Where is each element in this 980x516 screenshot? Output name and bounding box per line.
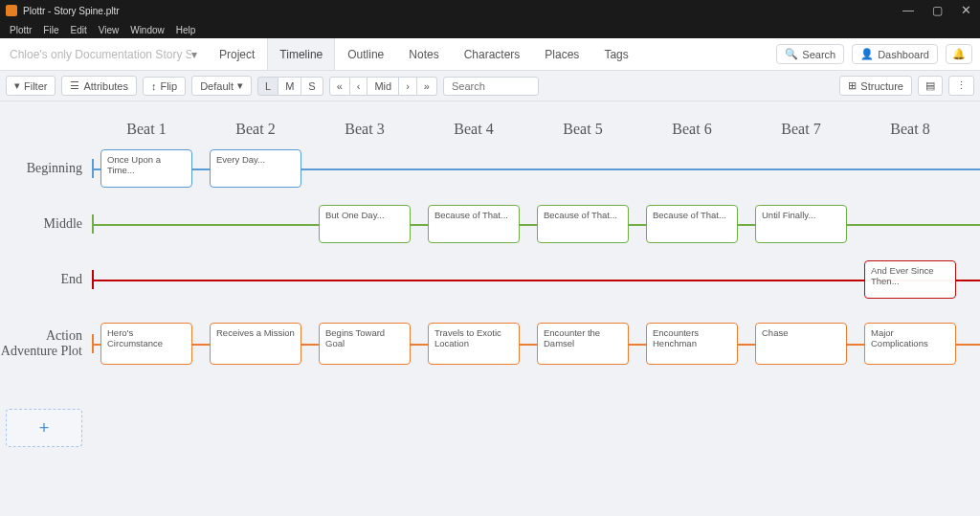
beat-header[interactable]: Beat 6 — [637, 121, 746, 138]
attributes-button[interactable]: ☰ Attributes — [61, 76, 136, 96]
filter-label: Filter — [24, 80, 47, 92]
more-options-button[interactable]: ⋮ — [948, 76, 974, 96]
menu-plottr[interactable]: Plottr — [4, 25, 37, 35]
menubar: Plottr File Edit View Window Help — [0, 21, 980, 38]
beats-header: Beat 1Beat 2Beat 3Beat 4Beat 5Beat 6Beat… — [0, 101, 980, 138]
scene-card[interactable]: Major Complications — [864, 323, 956, 365]
plotline: EndAnd Ever Since Then... — [0, 255, 980, 304]
flip-label: Flip — [160, 80, 177, 92]
app-icon — [6, 5, 17, 16]
nav-project[interactable]: Project — [207, 38, 267, 70]
chevron-down-icon: ▾ — [237, 79, 243, 92]
filter-button[interactable]: ▾ Filter — [6, 76, 56, 96]
beat-header[interactable]: Beat 7 — [746, 121, 856, 138]
beat-header[interactable]: Beat 2 — [201, 121, 310, 138]
plotline-label[interactable]: Beginning — [0, 161, 92, 176]
search-button-label: Search — [802, 49, 835, 60]
zoom-group: L M S — [257, 77, 323, 96]
zoom-small[interactable]: S — [301, 77, 323, 96]
scene-card[interactable]: Encounters Henchman — [646, 323, 738, 365]
scene-card[interactable]: Begins Toward Goal — [319, 323, 411, 365]
menu-window[interactable]: Window — [124, 25, 170, 35]
nav-places[interactable]: Places — [532, 38, 591, 70]
window-maximize-button[interactable]: ▢ — [923, 0, 951, 21]
default-label: Default — [200, 80, 234, 92]
pager-group: « ‹ Mid › » — [329, 77, 437, 96]
window-minimize-button[interactable]: — — [894, 0, 923, 21]
flip-icon: ↕ — [151, 80, 157, 92]
add-plotline-button[interactable]: + — [6, 409, 82, 447]
scene-card[interactable]: Chase — [755, 323, 847, 365]
default-dropdown[interactable]: Default ▾ — [191, 76, 252, 96]
filter-icon: ▾ — [14, 79, 20, 92]
scene-card[interactable]: Travels to Exotic Location — [428, 323, 520, 365]
beat-header[interactable]: Beat 4 — [419, 121, 528, 138]
pager-next[interactable]: › — [399, 77, 417, 96]
plotline: MiddleBut One Day...Because of That...Be… — [0, 199, 980, 249]
scene-card[interactable]: But One Day... — [319, 205, 411, 243]
nav-timeline[interactable]: Timeline — [267, 38, 335, 70]
scene-card[interactable]: Until Finally... — [755, 205, 847, 243]
scene-card[interactable]: Every Day... — [210, 149, 301, 188]
structure-button[interactable]: ⊞ Structure — [839, 76, 912, 96]
beat-header[interactable]: Beat 5 — [528, 121, 637, 138]
structure-label: Structure — [860, 80, 903, 92]
layers-button[interactable]: ▤ — [918, 76, 943, 96]
plotline: Action Adventure PlotHero's Circumstance… — [0, 310, 980, 377]
search-button[interactable]: 🔍 Search — [776, 44, 844, 64]
beat-header[interactable]: Beat 8 — [856, 121, 965, 138]
scene-card[interactable]: Encounter the Damsel — [537, 323, 629, 365]
pager-mid[interactable]: Mid — [368, 77, 399, 96]
pager-prev[interactable]: ‹ — [350, 77, 368, 96]
plotline-label[interactable]: Middle — [0, 216, 92, 232]
scene-card[interactable]: Once Upon a Time... — [100, 149, 192, 188]
beat-header[interactable]: Beat 3 — [310, 121, 419, 138]
pager-last[interactable]: » — [417, 77, 437, 96]
zoom-large[interactable]: L — [257, 77, 278, 96]
pager-first[interactable]: « — [329, 77, 350, 96]
scene-card[interactable]: And Ever Since Then... — [864, 260, 956, 299]
nav-outline[interactable]: Outline — [335, 38, 396, 70]
menu-help[interactable]: Help — [170, 25, 202, 35]
plotline-label[interactable]: End — [0, 272, 92, 287]
scene-card[interactable]: Receives a Mission — [210, 323, 301, 365]
person-icon: 👤 — [860, 48, 874, 60]
document-dropdown-icon[interactable]: ▾ — [191, 48, 197, 61]
scene-card[interactable]: Because of That... — [646, 205, 738, 243]
zoom-medium[interactable]: M — [278, 77, 301, 96]
flip-button[interactable]: ↕ Flip — [143, 77, 186, 96]
list-icon: ☰ — [70, 79, 79, 92]
nav-notes[interactable]: Notes — [396, 38, 451, 70]
notifications-button[interactable]: 🔔 — [946, 44, 972, 64]
menu-view[interactable]: View — [93, 25, 125, 35]
nav-tags[interactable]: Tags — [591, 38, 640, 70]
scene-card[interactable]: Because of That... — [428, 205, 520, 243]
plotline: BeginningOnce Upon a Time...Every Day... — [0, 144, 980, 193]
dashboard-button[interactable]: 👤 Dashboard — [852, 44, 938, 64]
timeline-toolbar: ▾ Filter ☰ Attributes ↕ Flip Default ▾ L… — [0, 71, 980, 101]
nav-characters[interactable]: Characters — [452, 38, 533, 70]
window-close-button[interactable]: ✕ — [951, 0, 980, 21]
scene-card[interactable]: Because of That... — [537, 205, 629, 243]
toolbar-search-input[interactable] — [443, 77, 539, 96]
plotline-label[interactable]: Action Adventure Plot — [0, 328, 92, 359]
main-nav: Chloe's only Documentation Story Spine..… — [0, 38, 980, 71]
window-title: Plottr - Story Spine.pltr — [23, 6, 120, 16]
beat-header[interactable]: Beat 1 — [92, 121, 201, 138]
attributes-label: Attributes — [83, 80, 127, 92]
bell-icon: 🔔 — [952, 48, 966, 60]
search-icon: 🔍 — [785, 48, 798, 60]
structure-icon: ⊞ — [848, 79, 857, 92]
menu-edit[interactable]: Edit — [64, 25, 92, 35]
layers-icon: ▤ — [925, 79, 935, 91]
menu-file[interactable]: File — [37, 25, 64, 35]
scene-card[interactable]: Hero's Circumstance — [100, 323, 192, 365]
window-titlebar: Plottr - Story Spine.pltr — ▢ ✕ — [0, 0, 980, 21]
more-icon: ⋮ — [956, 79, 967, 91]
timeline-canvas[interactable]: Beat 1Beat 2Beat 3Beat 4Beat 5Beat 6Beat… — [0, 101, 980, 516]
document-title[interactable]: Chloe's only Documentation Story Spine..… — [0, 48, 191, 61]
dashboard-button-label: Dashboard — [878, 49, 929, 60]
